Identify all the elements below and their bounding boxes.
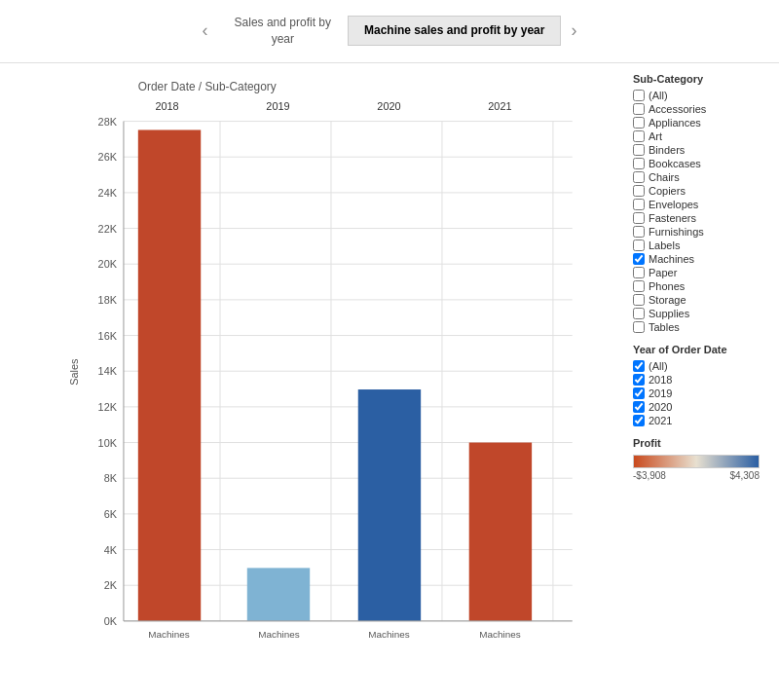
- filter-item-bookcases: Bookcases: [633, 157, 769, 170]
- year-checkbox-2020[interactable]: [633, 401, 645, 413]
- filter-item-supplies: Supplies: [633, 307, 769, 320]
- year-label-2021: 2021: [649, 415, 672, 426]
- year-item-2021: 2021: [633, 414, 769, 427]
- prev-arrow[interactable]: ‹: [193, 17, 218, 45]
- checkbox-furnishings[interactable]: [633, 226, 645, 238]
- svg-text:26K: 26K: [98, 151, 118, 163]
- checkbox-fasteners[interactable]: [633, 212, 645, 224]
- subcategory-filters: (All)AccessoriesAppliancesArtBindersBook…: [633, 89, 769, 334]
- checkbox-paper[interactable]: [633, 267, 645, 278]
- svg-text:2020: 2020: [377, 99, 400, 111]
- svg-text:Machines: Machines: [368, 628, 409, 639]
- filter-item-binders: Binders: [633, 143, 769, 157]
- tab-sales-profit[interactable]: Sales and profit by year: [218, 8, 348, 55]
- year-item-2018: 2018: [633, 373, 769, 387]
- chart-area: Order Date / Sub-Category 2018 2019 2020…: [0, 63, 623, 700]
- filter-item-paper: Paper: [633, 266, 769, 279]
- svg-text:Order Date / Sub-Category: Order Date / Sub-Category: [138, 79, 277, 92]
- checkbox-copiers[interactable]: [633, 185, 645, 197]
- checkbox-supplies[interactable]: [633, 308, 645, 319]
- label-envelopes: Envelopes: [649, 199, 698, 210]
- checkbox-labels[interactable]: [633, 239, 645, 251]
- svg-text:0K: 0K: [104, 614, 118, 626]
- year-item-2020: 2020: [633, 400, 769, 414]
- filter-item-accessories: Accessories: [633, 102, 769, 116]
- svg-text:24K: 24K: [98, 186, 118, 198]
- year-label-(All): (All): [649, 360, 668, 372]
- year-checkbox-2021[interactable]: [633, 415, 645, 426]
- filter-item-labels: Labels: [633, 239, 769, 252]
- label-furnishings: Furnishings: [649, 226, 704, 238]
- filter-item-copiers: Copiers: [633, 184, 769, 198]
- checkbox-phones[interactable]: [633, 280, 645, 292]
- svg-text:18K: 18K: [98, 293, 118, 305]
- bar-2020[interactable]: [358, 389, 421, 621]
- gradient-bar: [633, 455, 760, 468]
- svg-text:8K: 8K: [104, 472, 118, 484]
- checkbox-art[interactable]: [633, 130, 645, 142]
- tab-machine-sales[interactable]: Machine sales and profit by year: [348, 16, 561, 46]
- subcategory-title: Sub-Category: [633, 73, 769, 85]
- label-bookcases: Bookcases: [649, 158, 701, 169]
- label-copiers: Copiers: [649, 185, 686, 197]
- label-labels: Labels: [649, 239, 680, 251]
- checkbox-chairs[interactable]: [633, 171, 645, 183]
- label-supplies: Supplies: [649, 308, 689, 319]
- label-phones: Phones: [649, 280, 685, 292]
- filter-item-furnishings: Furnishings: [633, 225, 769, 239]
- filter-item-phones: Phones: [633, 279, 769, 293]
- year-checkbox-(All)[interactable]: [633, 360, 645, 372]
- year-checkbox-2018[interactable]: [633, 374, 645, 386]
- filter-item-art: Art: [633, 129, 769, 143]
- checkbox-binders[interactable]: [633, 144, 645, 156]
- filter-item-chairs: Chairs: [633, 170, 769, 184]
- year-title: Year of Order Date: [633, 344, 769, 355]
- svg-text:Machines: Machines: [258, 628, 299, 639]
- label-appliances: Appliances: [649, 117, 701, 129]
- sidebar: Sub-Category (All)AccessoriesAppliancesA…: [623, 63, 779, 700]
- filter-item-tables: Tables: [633, 320, 769, 334]
- next-arrow[interactable]: ›: [561, 17, 586, 45]
- bar-2021[interactable]: [469, 442, 532, 620]
- year-label-2019: 2019: [649, 387, 672, 399]
- bar-2018[interactable]: [138, 129, 201, 620]
- bar-2019[interactable]: [247, 568, 310, 621]
- year-checkbox-2019[interactable]: [633, 387, 645, 399]
- filter-item-(all): (All): [633, 89, 769, 102]
- svg-text:20K: 20K: [98, 258, 118, 270]
- checkbox-appliances[interactable]: [633, 117, 645, 129]
- year-item-2019: 2019: [633, 387, 769, 400]
- filter-item-machines: Machines: [633, 252, 769, 266]
- label-tables: Tables: [649, 321, 680, 333]
- checkbox-tables[interactable]: [633, 321, 645, 333]
- checkbox-machines[interactable]: [633, 253, 645, 265]
- svg-text:16K: 16K: [98, 329, 118, 341]
- svg-text:Sales: Sales: [68, 358, 80, 386]
- svg-text:2019: 2019: [266, 99, 289, 111]
- svg-text:4K: 4K: [104, 543, 118, 555]
- checkbox-bookcases[interactable]: [633, 158, 645, 169]
- filter-item-fasteners: Fasteners: [633, 211, 769, 225]
- label-accessories: Accessories: [649, 103, 706, 115]
- filter-item-storage: Storage: [633, 293, 769, 307]
- label-paper: Paper: [649, 267, 677, 278]
- filter-item-envelopes: Envelopes: [633, 198, 769, 211]
- year-label-2020: 2020: [649, 401, 672, 413]
- year-item-(All): (All): [633, 359, 769, 373]
- svg-text:2K: 2K: [104, 579, 118, 591]
- checkbox-accessories[interactable]: [633, 103, 645, 115]
- svg-text:2018: 2018: [155, 99, 178, 111]
- label-binders: Binders: [649, 144, 685, 156]
- profit-title: Profit: [633, 437, 769, 449]
- label-machines: Machines: [649, 253, 694, 265]
- checkbox-(all)[interactable]: [633, 90, 645, 101]
- checkbox-envelopes[interactable]: [633, 199, 645, 210]
- filter-item-appliances: Appliances: [633, 116, 769, 129]
- svg-text:10K: 10K: [98, 436, 118, 448]
- year-label-2018: 2018: [649, 374, 672, 386]
- label-(all): (All): [649, 90, 668, 101]
- main-content: Order Date / Sub-Category 2018 2019 2020…: [0, 63, 779, 700]
- checkbox-storage[interactable]: [633, 294, 645, 306]
- svg-text:Machines: Machines: [479, 628, 520, 639]
- profit-min: -$3,908: [633, 470, 666, 481]
